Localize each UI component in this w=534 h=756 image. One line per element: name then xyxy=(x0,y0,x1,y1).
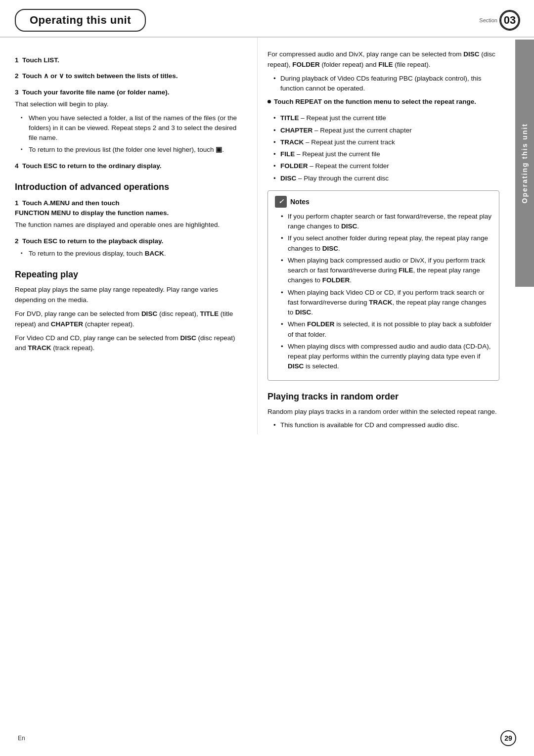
random-heading: Playing tracks in random order xyxy=(267,392,499,402)
repeat-p1: Repeat play plays the same play range re… xyxy=(15,285,242,306)
right-column: For compressed audio and DivX, play rang… xyxy=(257,38,499,434)
page: Operating this unit Section 03 Operating… xyxy=(0,0,534,756)
step-4: 4 Touch ESC to return to the ordinary di… xyxy=(15,161,242,171)
repeat-item: DISC – Play through the current disc xyxy=(273,174,499,183)
random-bullet-1: This function is available for CD and co… xyxy=(273,420,499,430)
section-label: Section xyxy=(479,17,497,23)
footer-lang: En xyxy=(18,735,25,742)
step-3-heading: 3 Touch your favorite file name (or fold… xyxy=(15,88,242,97)
repeat-item: FOLDER – Repeat the current folder xyxy=(273,161,499,171)
repeat-heading: Repeating play xyxy=(15,269,242,280)
note-item: If you select another folder during repe… xyxy=(281,233,492,254)
step-3-sub: That selection will begin to play. xyxy=(15,99,242,110)
top-header: Operating this unit Section 03 xyxy=(0,0,534,38)
step-2: 2 Touch ∧ or ∨ to switch between the lis… xyxy=(15,71,242,81)
repeat-item: FILE – Repeat just the current file xyxy=(273,149,499,159)
random-bullets: This function is available for CD and co… xyxy=(267,420,499,430)
intro-step-2-notes: To return to the previous display, touch… xyxy=(15,249,242,259)
intro-step-1-heading: 1 Touch A.MENU and then touchFUNCTION ME… xyxy=(15,198,242,219)
intro-step-1-sub: The function names are displayed and ope… xyxy=(15,220,242,230)
notes-label: Notes xyxy=(290,198,310,206)
repeat-item: TITLE – Repeat just the current title xyxy=(273,113,499,123)
notes-icon: ✓ xyxy=(275,196,287,208)
notes-header: ✓ Notes xyxy=(275,196,492,208)
right-bullets-top: During playback of Video CDs featuring P… xyxy=(267,74,499,94)
intro-heading: Introduction of advanced operations xyxy=(15,182,242,192)
note-item: When playing back Video CD or CD, if you… xyxy=(281,288,492,318)
section-number: 03 xyxy=(500,11,519,30)
note-item: If you perform chapter search or fast fo… xyxy=(281,212,492,232)
repeat-item: TRACK – Repeat just the current track xyxy=(273,137,499,147)
repeat-p2: For DVD, play range can be selected from… xyxy=(15,309,242,330)
footer-page: 29 xyxy=(500,730,516,746)
page-footer: En 29 xyxy=(0,730,534,746)
step-3-note-2: To return to the previous list (the fold… xyxy=(21,145,242,155)
note-item: When playing discs with compressed audio… xyxy=(281,342,492,372)
repeat-item: CHAPTER – Repeat just the current chapte… xyxy=(273,126,499,135)
step-1: 1 Touch LIST. xyxy=(15,55,242,65)
page-number: 29 xyxy=(500,730,516,746)
right-p1: For compressed audio and DivX, play rang… xyxy=(267,49,499,70)
note-item: When FOLDER is selected, it is not possi… xyxy=(281,319,492,340)
notes-list: If you perform chapter search or fast fo… xyxy=(275,212,492,372)
repeat-p3: For Video CD and CD, play range can be s… xyxy=(15,333,242,354)
step-3-notes: When you have selected a folder, a list … xyxy=(15,113,242,155)
sidebar: Operating this unit xyxy=(515,40,534,287)
section-box: Section 03 xyxy=(479,11,519,30)
repeat-items-list: TITLE – Repeat just the current titleCHA… xyxy=(267,113,499,183)
left-column: 1 Touch LIST. 2 Touch ∧ or ∨ to switch b… xyxy=(15,38,257,434)
filled-bullet-dot xyxy=(267,100,271,103)
step-3-note-1: When you have selected a folder, a list … xyxy=(21,113,242,143)
content-area: 1 Touch LIST. 2 Touch ∧ or ∨ to switch b… xyxy=(0,38,534,449)
random-p1: Random play plays tracks in a random ord… xyxy=(267,407,499,417)
sidebar-text: Operating this unit xyxy=(521,123,529,203)
page-title: Operating this unit xyxy=(15,9,146,32)
intro-step-2-heading: 2 Touch ESC to return to the playback di… xyxy=(15,236,242,246)
intro-step-2-note: To return to the previous display, touch… xyxy=(21,249,242,259)
right-bullet-1: During playback of Video CDs featuring P… xyxy=(273,74,499,94)
notes-box: ✓ Notes If you perform chapter search or… xyxy=(267,190,499,381)
touch-repeat-heading: Touch REPEAT on the function menu to sel… xyxy=(267,97,499,111)
note-item: When playing back compressed audio or Di… xyxy=(281,256,492,286)
